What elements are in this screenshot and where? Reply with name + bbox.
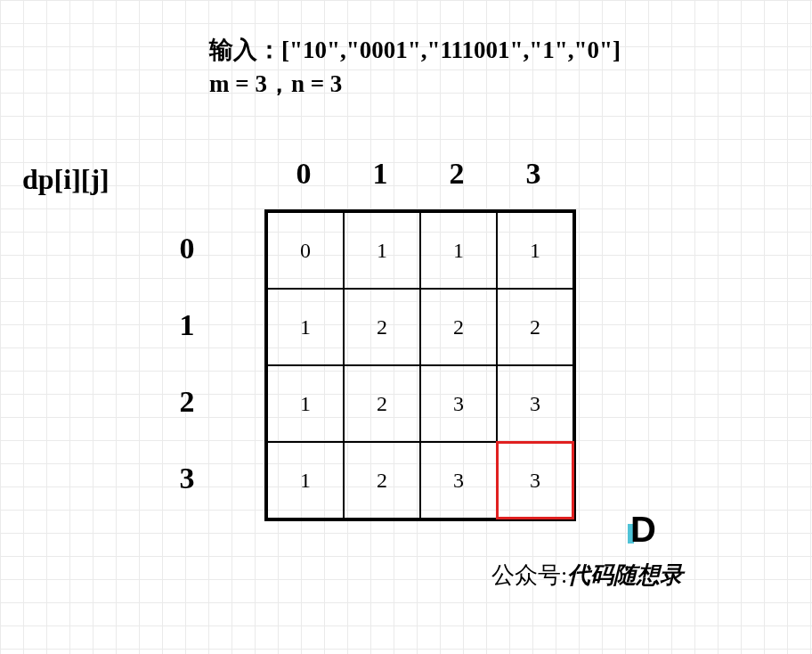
cell-1-3: 2: [497, 289, 573, 365]
col-header-0: 0: [265, 157, 342, 191]
input-line-2: m = 3，n = 3: [209, 68, 621, 102]
col-header-3: 3: [495, 157, 572, 191]
cell-3-0: 1: [267, 442, 344, 519]
cell-2-3: 3: [497, 365, 573, 442]
footer-brand: 代码随想录: [567, 562, 683, 588]
footer-label: 公众号:: [491, 562, 567, 588]
input-line-1: 输入：["10","0001","111001","1","0"]: [209, 34, 621, 68]
row-header-2: 2: [174, 364, 200, 440]
cell-0-0: 0: [267, 212, 344, 289]
cell-0-1: 1: [344, 212, 420, 289]
col-header-1: 1: [342, 157, 418, 191]
dp-label: dp[i][j]: [22, 163, 110, 196]
row-headers: 0 1 2 3: [174, 210, 200, 517]
row-header-3: 3: [174, 440, 200, 517]
cell-1-1: 2: [344, 289, 420, 365]
cell-1-0: 1: [267, 289, 344, 365]
cell-1-2: 2: [420, 289, 497, 365]
logo-icon: D: [630, 517, 662, 549]
cell-0-3: 1: [497, 212, 573, 289]
cell-2-1: 2: [344, 365, 420, 442]
column-headers: 0 1 2 3: [265, 157, 572, 191]
cell-3-2: 3: [420, 442, 497, 519]
dp-table: 0 1 1 1 1 2 2 2 1 2 3 3 1 2 3 3: [264, 209, 576, 521]
cell-2-0: 1: [267, 365, 344, 442]
cell-3-1: 2: [344, 442, 420, 519]
cell-3-3-highlighted: 3: [497, 442, 573, 519]
col-header-2: 2: [418, 157, 495, 191]
cell-2-2: 3: [420, 365, 497, 442]
footer-attribution: 公众号:代码随想录: [491, 560, 683, 591]
cell-0-2: 1: [420, 212, 497, 289]
input-text: 输入：["10","0001","111001","1","0"] m = 3，…: [209, 34, 621, 102]
row-header-1: 1: [174, 287, 200, 364]
row-header-0: 0: [174, 210, 200, 287]
